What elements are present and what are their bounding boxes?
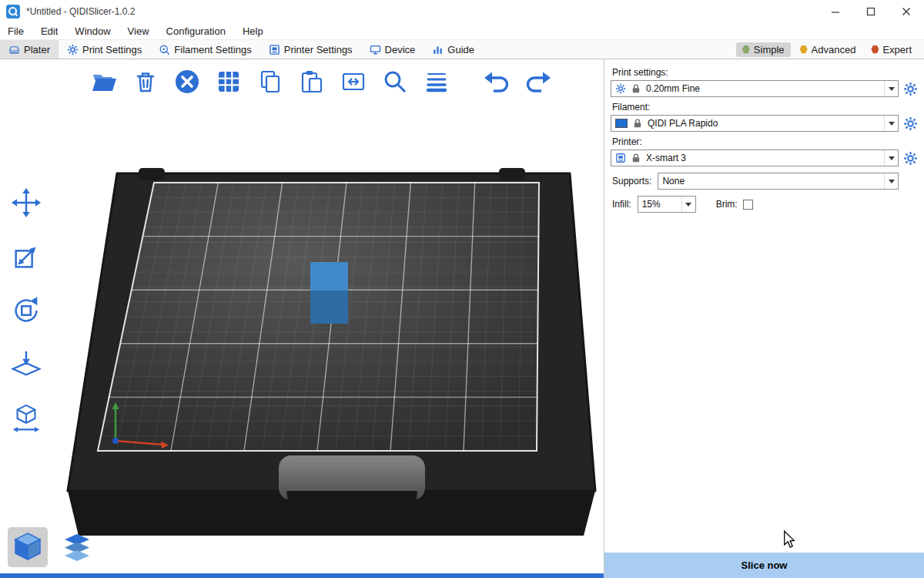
settings-sidebar: Print settings: 0.20mm Fine Filament: QI… (604, 59, 924, 578)
gizmo-toolbar (5, 183, 48, 439)
window-title: *Untitled - QIDISlicer-1.0.2 (26, 6, 135, 17)
delete-icon[interactable] (128, 64, 163, 99)
3d-viewport[interactable] (0, 59, 604, 578)
model-cube[interactable] (310, 262, 348, 324)
menu-configuration[interactable]: Configuration (166, 25, 226, 37)
lock-icon (631, 153, 641, 163)
print-settings-value: 0.20mm Fine (646, 83, 700, 94)
print-settings-select[interactable]: 0.20mm Fine (611, 80, 899, 97)
close-icon[interactable] (889, 0, 924, 23)
printer-gear-button[interactable] (903, 151, 918, 166)
copy-icon[interactable] (253, 64, 288, 99)
paste-icon[interactable] (294, 64, 330, 99)
tab-printer-settings[interactable]: Printer Settings (260, 40, 361, 59)
rotate-icon[interactable] (5, 291, 48, 331)
brim-label: Brim: (716, 199, 738, 210)
slice-now-button[interactable]: Slice now (604, 553, 924, 578)
tab-plater[interactable]: Plater (0, 40, 59, 59)
delete-all-icon[interactable] (169, 64, 205, 99)
printer-icon (615, 153, 626, 163)
maximize-icon[interactable] (853, 0, 889, 23)
measure-icon[interactable] (5, 398, 48, 439)
filament-icon (159, 44, 170, 55)
arrange-icon[interactable] (211, 64, 246, 99)
flatten-icon[interactable] (5, 344, 48, 385)
simple-mode-icon (742, 45, 750, 54)
chevron-down-icon (884, 173, 898, 189)
print-settings-gear-button[interactable] (903, 82, 918, 96)
plater-icon (8, 44, 20, 55)
chevron-down-icon (884, 81, 898, 96)
supports-value: None (662, 176, 685, 187)
minimize-icon[interactable] (818, 0, 853, 23)
print-settings-label: Print settings: (612, 67, 918, 78)
tab-print-settings[interactable]: Print Settings (59, 40, 150, 59)
menu-edit[interactable]: Edit (41, 25, 58, 37)
lock-icon (631, 83, 641, 94)
undo-icon[interactable] (479, 64, 514, 99)
chevron-down-icon (884, 150, 898, 166)
gear-icon (615, 83, 626, 94)
menu-bar: File Edit Window View Configuration Help (0, 23, 924, 40)
layer-height-icon[interactable] (419, 64, 454, 99)
tab-filament-settings[interactable]: Filament Settings (150, 40, 259, 59)
menu-view[interactable]: View (128, 25, 149, 37)
editor-view-icon[interactable] (8, 527, 48, 567)
tab-label: Device (385, 44, 416, 55)
tab-device[interactable]: Device (361, 40, 424, 59)
tab-label: Printer Settings (284, 44, 353, 55)
filament-select[interactable]: QIDI PLA Rapido (611, 115, 899, 132)
redo-icon[interactable] (521, 64, 556, 99)
brim-checkbox[interactable] (743, 200, 753, 210)
tab-label: Print Settings (82, 44, 142, 55)
supports-label: Supports: (612, 176, 651, 187)
tab-label: Filament Settings (174, 44, 251, 55)
chevron-down-icon (884, 116, 898, 131)
search-icon[interactable] (377, 64, 413, 99)
expert-mode-icon (871, 45, 879, 54)
app-window: *Untitled - QIDISlicer-1.0.2 File Edit W… (0, 0, 924, 578)
main-area: Print settings: 0.20mm Fine Filament: QI… (0, 59, 924, 578)
filament-value: QIDI PLA Rapido (648, 118, 718, 129)
tab-label: Guide (447, 44, 474, 55)
supports-select[interactable]: None (658, 173, 899, 190)
mode-expert[interactable]: Expert (865, 42, 918, 57)
scale-icon[interactable] (5, 237, 48, 277)
filament-gear-button[interactable] (903, 116, 918, 131)
menu-file[interactable]: File (8, 25, 24, 37)
preview-view-icon[interactable] (57, 527, 97, 567)
infill-select[interactable]: 15% (638, 196, 696, 213)
guide-icon (432, 44, 444, 55)
tab-guide[interactable]: Guide (424, 40, 483, 59)
app-icon (6, 5, 20, 18)
menu-help[interactable]: Help (243, 25, 263, 37)
title-bar: *Untitled - QIDISlicer-1.0.2 (0, 0, 924, 23)
lock-icon (632, 118, 643, 129)
mode-label: Expert (882, 44, 912, 55)
open-icon[interactable] (86, 64, 122, 99)
3d-scene (0, 59, 604, 578)
chevron-down-icon (681, 197, 695, 212)
mode-selector: Simple Advanced Expert (736, 40, 924, 59)
device-icon (370, 44, 381, 55)
printer-select[interactable]: X-smart 3 (611, 150, 899, 166)
window-controls (818, 0, 924, 23)
mode-label: Simple (754, 44, 785, 55)
view-toggles (8, 527, 97, 567)
tab-bar: Plater Print Settings Filament Settings … (0, 40, 924, 59)
mode-label: Advanced (812, 44, 856, 55)
gear-icon (67, 44, 79, 55)
move-icon[interactable] (5, 183, 48, 223)
mode-advanced[interactable]: Advanced (794, 42, 862, 57)
menu-window[interactable]: Window (75, 25, 110, 37)
advanced-mode-icon (800, 45, 808, 54)
infill-label: Infill: (612, 199, 631, 210)
split-icon[interactable] (336, 64, 371, 99)
printer-label: Printer: (612, 136, 918, 147)
layer-slider-bar[interactable] (0, 573, 604, 578)
filament-color-swatch (615, 119, 628, 128)
filament-label: Filament: (612, 102, 918, 113)
mode-simple[interactable]: Simple (736, 42, 791, 57)
viewport-toolbar (86, 64, 556, 99)
printer-value: X-smart 3 (646, 153, 686, 163)
